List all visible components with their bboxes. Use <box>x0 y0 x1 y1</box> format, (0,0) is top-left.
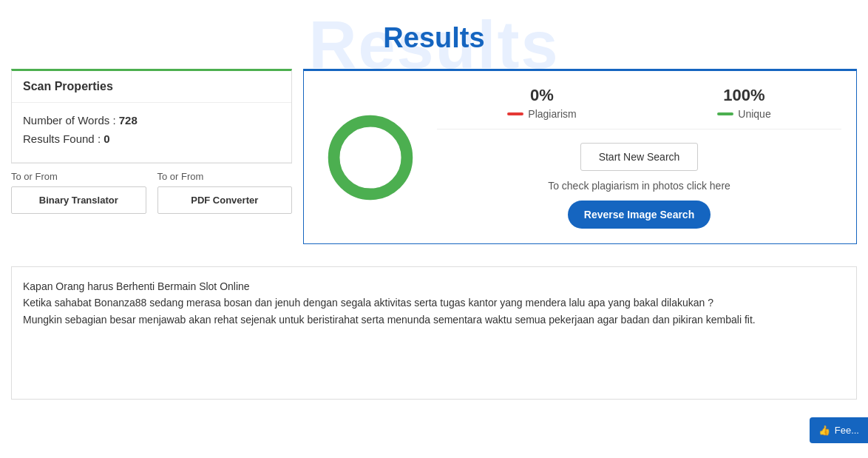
photo-check-text: To check plagiarism in photos click here <box>548 180 730 192</box>
unique-pct: 100% <box>717 86 770 105</box>
start-new-search-button[interactable]: Start New Search <box>580 143 699 171</box>
unique-dash-icon <box>717 112 733 115</box>
header-area: Results Results <box>0 0 868 69</box>
pdf-tool-label: To or From <box>157 171 293 182</box>
page-wrapper: Results Results Scan Properties Number o… <box>0 0 868 458</box>
feedback-button[interactable]: 👍 Fee... <box>810 417 868 443</box>
words-stat: Number of Words : 728 <box>23 114 280 127</box>
plagiarism-pct: 0% <box>507 86 576 105</box>
plagiarism-label: Plagiarism <box>528 108 576 120</box>
tools-row: To or From Binary Translator To or From … <box>11 171 292 214</box>
svg-point-1 <box>334 121 407 194</box>
donut-chart-container <box>319 106 422 209</box>
pdf-tool-col: To or From PDF Converter <box>157 171 293 214</box>
binary-tool-label: To or From <box>11 171 146 182</box>
binary-translator-button[interactable]: Binary Translator <box>11 186 146 214</box>
percentage-row: 0% Plagiarism 100% Unique <box>437 86 841 129</box>
scan-stats: Number of Words : 728 Results Found : 0 <box>12 103 291 163</box>
scan-properties-title: Scan Properties <box>12 71 291 103</box>
results-value: 0 <box>104 132 109 145</box>
right-panel: 0% Plagiarism 100% Unique <box>303 69 857 244</box>
binary-tool-col: To or From Binary Translator <box>11 171 146 214</box>
reverse-image-search-button[interactable]: Reverse Image Search <box>568 201 711 229</box>
unique-label-row: Unique <box>717 108 770 120</box>
main-content: Scan Properties Number of Words : 728 Re… <box>0 69 868 259</box>
text-paragraph-1: Kapan Orang harus Berhenti Bermain Slot … <box>23 278 845 294</box>
unique-stat: 100% Unique <box>717 86 770 120</box>
left-panel: Scan Properties Number of Words : 728 Re… <box>11 69 292 214</box>
unique-label: Unique <box>738 108 770 120</box>
action-section: Start New Search To check plagiarism in … <box>437 137 841 229</box>
text-paragraph-3: Mungkin sebagian besar menjawab akan reh… <box>23 311 845 328</box>
words-value: 728 <box>119 114 138 127</box>
page-title: Results <box>0 22 868 54</box>
stats-section: 0% Plagiarism 100% Unique <box>437 86 841 229</box>
scan-properties-box: Scan Properties Number of Words : 728 Re… <box>11 69 292 164</box>
results-label: Results Found : <box>23 132 104 145</box>
words-label: Number of Words : <box>23 114 119 127</box>
results-panel: 0% Plagiarism 100% Unique <box>304 71 856 243</box>
feedback-icon: 👍 <box>818 425 830 436</box>
plagiarism-stat: 0% Plagiarism <box>507 86 576 120</box>
pdf-converter-button[interactable]: PDF Converter <box>157 186 293 214</box>
donut-chart-svg <box>322 110 418 206</box>
plagiarism-label-row: Plagiarism <box>507 108 576 120</box>
plagiarism-dash-icon <box>507 112 523 115</box>
text-content-area[interactable]: Kapan Orang harus Berhenti Bermain Slot … <box>11 266 857 400</box>
text-paragraph-2: Ketika sahabat Bonanza88 sedang merasa b… <box>23 294 845 311</box>
results-stat: Results Found : 0 <box>23 132 280 145</box>
feedback-label: Fee... <box>835 425 859 436</box>
